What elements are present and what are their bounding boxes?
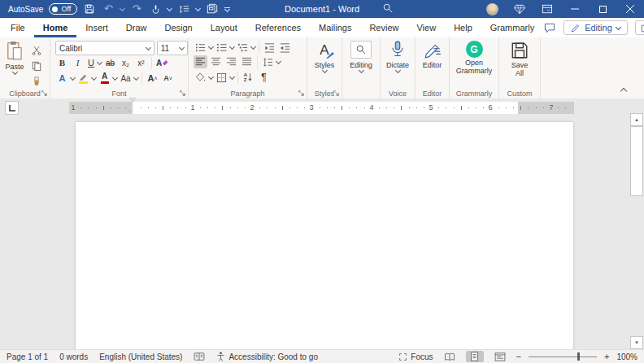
show-hide-pilcrow-button[interactable]: ¶ [257,71,271,84]
open-grammarly-button[interactable]: G Open Grammarly [450,41,498,76]
shading-chevron-icon[interactable] [208,73,214,79]
touch-mode-icon[interactable] [149,2,162,15]
undo-icon[interactable]: ↶ [102,2,115,15]
font-size-combobox[interactable]: 11 [157,41,188,55]
sort-button[interactable]: A Z [242,71,255,84]
cut-icon[interactable] [29,44,43,57]
proofing-status-icon[interactable] [194,352,205,361]
editing-dropdown-button[interactable]: Editing [342,41,380,72]
font-dialog-launcher-icon[interactable] [179,90,186,97]
tab-file[interactable]: File [2,18,34,37]
clipboard-dialog-launcher-icon[interactable] [41,90,48,97]
text-effects-button[interactable]: A [55,72,69,85]
line-spacing-icon[interactable] [177,2,190,15]
highlight-chevron-icon[interactable] [91,74,97,80]
subscript-button[interactable]: x₂ [119,56,133,69]
shrink-font-button[interactable]: A˅ [161,72,175,85]
save-icon[interactable] [83,2,96,15]
collapse-ribbon-icon[interactable] [620,88,627,94]
save-all-button[interactable]: Save All [499,41,540,78]
highlight-color-button[interactable] [76,72,90,85]
clear-formatting-button[interactable]: A [155,56,169,69]
tab-insert[interactable]: Insert [76,18,117,37]
tab-review[interactable]: Review [360,18,407,37]
superscript-button[interactable]: x² [134,56,148,69]
tab-mailings[interactable]: Mailings [310,18,360,37]
align-right-button[interactable] [224,55,238,68]
touch-mode-chevron-icon[interactable] [167,5,172,11]
document-page[interactable] [76,122,573,351]
undo-chevron-icon[interactable] [120,5,125,11]
zoom-slider[interactable] [529,351,597,362]
accessibility-status[interactable]: Accessibility: Good to go [216,352,318,361]
tab-stop-selector[interactable] [5,101,19,115]
ribbon-display-options-icon[interactable] [533,0,561,18]
zoom-slider-thumb[interactable] [577,352,580,361]
numbering-button[interactable] [215,41,228,54]
language-indicator[interactable]: English (United States) [99,352,182,361]
tab-draw[interactable]: Draw [117,18,156,37]
premium-diamond-icon[interactable] [506,0,533,18]
align-left-button[interactable] [194,55,207,68]
editing-mode-button[interactable]: Editing [564,20,628,35]
change-case-chevron-icon[interactable] [133,74,139,80]
strikethrough-button[interactable]: ab [103,56,117,69]
shading-button[interactable] [194,71,207,84]
bullets-button[interactable] [194,41,207,54]
text-effects-chevron-icon[interactable] [70,74,76,80]
borders-button[interactable] [215,71,228,84]
tab-design[interactable]: Design [155,18,201,37]
qat-overflow-icon[interactable] [224,7,230,11]
spacing-chevron-icon[interactable] [276,58,281,63]
maximize-button[interactable] [589,0,616,18]
tab-grammarly[interactable]: Grammarly [481,18,543,37]
decrease-indent-button[interactable] [263,41,276,54]
underline-chevron-icon[interactable] [97,59,102,64]
underline-button[interactable]: U [86,56,96,69]
format-painter-icon[interactable] [29,75,43,88]
comments-icon[interactable] [543,22,556,34]
search-icon[interactable] [382,2,394,14]
scroll-down-button[interactable]: ▼ [630,336,643,349]
focus-mode-button[interactable]: Focus [398,352,433,361]
multilevel-list-button[interactable] [236,41,250,54]
bullets-chevron-icon[interactable] [208,43,214,49]
word-count[interactable]: 0 words [59,352,88,361]
scrollbar-thumb[interactable] [630,126,643,196]
tab-help[interactable]: Help [445,18,481,37]
paste-button[interactable]: Paste [0,41,29,88]
web-layout-button[interactable] [491,351,509,362]
share-button[interactable] [635,20,644,35]
styles-button[interactable]: A Styles [307,41,342,72]
justify-button[interactable] [240,55,254,68]
tab-home[interactable]: Home [34,18,77,37]
zoom-in-button[interactable]: + [604,352,609,361]
tab-view[interactable]: View [407,18,445,37]
grow-font-button[interactable]: A˄ [146,72,159,85]
tab-references[interactable]: References [246,18,310,37]
paragraph-dialog-launcher-icon[interactable] [298,90,305,97]
line-paragraph-spacing-button[interactable] [261,55,275,68]
print-layout-button[interactable] [466,351,484,362]
minimize-button[interactable] [561,0,589,18]
vertical-scrollbar[interactable]: ▲ ▼ [630,113,643,349]
close-button[interactable] [616,0,644,18]
account-avatar[interactable] [478,0,506,18]
font-color-chevron-icon[interactable] [112,74,118,80]
autosave-toggle[interactable]: Off [49,3,77,15]
numbering-chevron-icon[interactable] [229,43,235,49]
scroll-up-button[interactable]: ▲ [630,113,643,126]
font-name-combobox[interactable]: Calibri [55,41,154,55]
font-color-button[interactable]: A [98,72,111,85]
italic-button[interactable]: I [71,56,85,69]
styles-dialog-launcher-icon[interactable] [333,90,340,97]
dictate-button[interactable]: Dictate [381,41,415,72]
tab-layout[interactable]: Layout [202,18,246,37]
line-spacing-chevron-icon[interactable] [195,5,201,11]
increase-indent-button[interactable] [278,41,292,54]
bold-button[interactable]: B [55,56,69,69]
page-indicator[interactable]: Page 1 of 1 [7,352,48,361]
multilevel-chevron-icon[interactable] [250,43,256,49]
align-center-button[interactable] [209,55,223,68]
editor-button[interactable]: Editor [416,41,449,69]
